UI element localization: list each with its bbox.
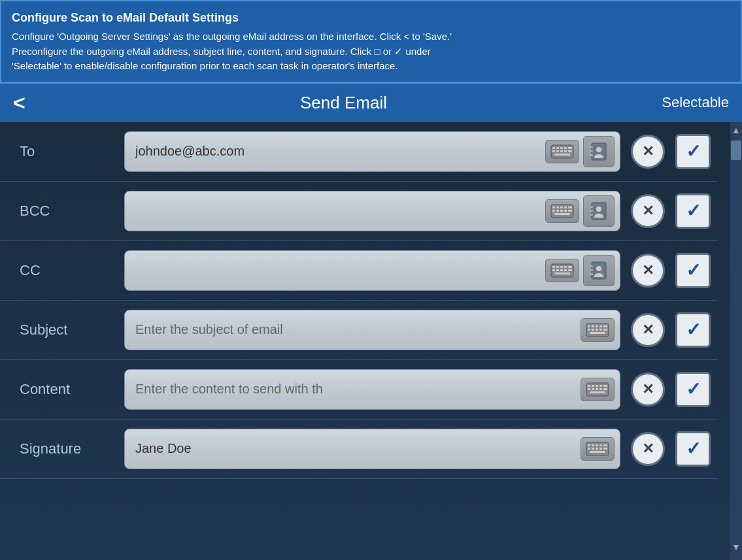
clear-button-to[interactable] (631, 135, 665, 169)
form-area: To BCC (0, 122, 730, 479)
outgoing-server-label: Outgoing Server Settings (292, 489, 438, 504)
svg-rect-65 (592, 385, 594, 387)
scroll-up-arrow[interactable]: ▲ (729, 122, 742, 138)
main-content: ▲ ▼ To BCC (0, 122, 742, 561)
svg-rect-64 (588, 385, 590, 387)
page-title: Send Email (300, 93, 387, 113)
svg-rect-32 (590, 214, 593, 216)
svg-rect-11 (554, 154, 570, 156)
svg-rect-10 (568, 150, 572, 152)
field-label-content: Content (20, 381, 124, 398)
contact-book-icon[interactable] (583, 136, 615, 167)
scroll-track[interactable]: ▲ ▼ (730, 122, 742, 561)
svg-rect-59 (596, 329, 598, 331)
clear-button-cc[interactable] (631, 254, 665, 288)
svg-rect-55 (599, 325, 602, 327)
field-label-to: To (20, 143, 124, 160)
svg-rect-60 (599, 329, 602, 331)
svg-rect-28 (554, 213, 570, 215)
clear-button-content[interactable] (631, 372, 665, 406)
svg-rect-43 (564, 269, 567, 271)
svg-rect-19 (556, 206, 559, 208)
svg-rect-3 (560, 147, 563, 149)
svg-rect-18 (552, 206, 555, 208)
svg-rect-13 (590, 146, 593, 148)
keyboard-icon[interactable] (545, 140, 579, 163)
svg-rect-36 (556, 266, 559, 268)
input-group-cc (124, 250, 620, 291)
form-row-to: To (0, 122, 717, 182)
input-field-cc[interactable] (130, 263, 543, 278)
selectable-checkbox-to[interactable] (675, 134, 711, 169)
svg-rect-14 (590, 150, 593, 152)
form-row-signature: Signature (0, 420, 717, 479)
svg-rect-77 (592, 444, 594, 446)
keyboard-icon[interactable] (545, 259, 579, 282)
svg-rect-56 (603, 325, 607, 327)
svg-rect-48 (590, 269, 593, 271)
svg-rect-4 (564, 147, 567, 149)
field-label-signature: Signature (20, 440, 124, 457)
keyboard-icon[interactable] (581, 437, 615, 461)
input-field-content[interactable] (130, 382, 578, 397)
input-field-to[interactable] (130, 144, 543, 159)
svg-rect-45 (554, 272, 570, 274)
selectable-checkbox-signature[interactable] (675, 431, 711, 467)
input-field-subject[interactable] (130, 322, 578, 337)
svg-rect-25 (560, 210, 563, 212)
svg-rect-1 (552, 147, 555, 149)
svg-rect-54 (596, 325, 598, 327)
svg-rect-42 (560, 269, 563, 271)
back-button[interactable]: < (13, 92, 25, 113)
svg-rect-27 (568, 210, 572, 212)
selectable-checkbox-bcc[interactable] (675, 193, 711, 229)
selectable-checkbox-subject[interactable] (675, 312, 711, 348)
input-group-signature (124, 429, 620, 469)
input-group-bcc (124, 191, 620, 231)
selectable-checkbox-content[interactable] (675, 372, 711, 407)
banner-line3: 'Selectable' to enable/disable configura… (12, 59, 730, 74)
input-field-bcc[interactable] (130, 203, 543, 218)
svg-rect-22 (568, 206, 572, 208)
svg-rect-26 (564, 210, 567, 212)
svg-rect-71 (596, 388, 598, 390)
svg-point-16 (596, 147, 601, 152)
svg-rect-44 (568, 269, 572, 271)
svg-rect-70 (592, 388, 594, 390)
contact-book-icon[interactable] (583, 255, 615, 286)
clear-button-signature[interactable] (631, 432, 665, 466)
svg-rect-61 (603, 329, 607, 331)
clear-button-subject[interactable] (631, 313, 665, 347)
svg-rect-21 (564, 206, 567, 208)
selectable-checkbox-cc[interactable] (675, 253, 711, 288)
scroll-thumb[interactable] (731, 140, 741, 160)
input-field-signature[interactable] (130, 441, 578, 456)
svg-rect-82 (592, 448, 594, 450)
svg-rect-83 (596, 448, 598, 450)
clear-button-bcc[interactable] (631, 194, 665, 228)
keyboard-icon[interactable] (545, 199, 579, 223)
svg-rect-85 (603, 448, 607, 450)
svg-rect-58 (592, 329, 594, 331)
keyboard-icon[interactable] (581, 318, 615, 342)
svg-rect-73 (603, 388, 607, 390)
form-row-cc: CC (0, 241, 717, 301)
svg-rect-47 (590, 265, 593, 267)
svg-rect-39 (568, 266, 572, 268)
svg-rect-84 (599, 448, 602, 450)
banner-title: Configure Scan to eMail Default Settings (12, 9, 730, 27)
svg-rect-31 (590, 210, 593, 212)
svg-rect-24 (556, 210, 559, 212)
scroll-down-arrow[interactable]: ▼ (729, 539, 742, 555)
contact-book-icon[interactable] (583, 195, 615, 227)
svg-rect-68 (603, 385, 607, 387)
keyboard-icon[interactable] (581, 378, 615, 401)
field-label-bcc: BCC (20, 203, 124, 220)
input-group-subject (124, 310, 620, 350)
selectable-label: Selectable (662, 94, 729, 111)
outgoing-server-button[interactable]: Outgoing Server Settings (0, 479, 730, 513)
svg-rect-7 (556, 150, 559, 152)
header-row: < Send Email Selectable (0, 83, 742, 122)
form-row-bcc: BCC (0, 182, 717, 241)
svg-rect-2 (556, 147, 559, 149)
